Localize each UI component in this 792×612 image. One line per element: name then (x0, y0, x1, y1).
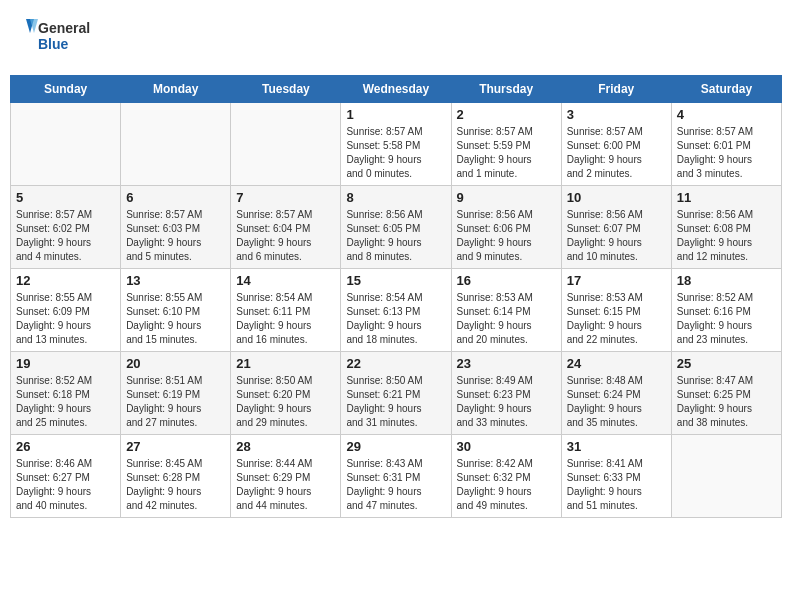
day-info: Sunrise: 8:54 AMSunset: 6:11 PMDaylight:… (236, 291, 335, 347)
day-number: 4 (677, 107, 776, 122)
day-info: Sunrise: 8:53 AMSunset: 6:15 PMDaylight:… (567, 291, 666, 347)
day-info: Sunrise: 8:56 AMSunset: 6:07 PMDaylight:… (567, 208, 666, 264)
day-number: 27 (126, 439, 225, 454)
weekday-header-friday: Friday (561, 76, 671, 103)
calendar-week-row: 12Sunrise: 8:55 AMSunset: 6:09 PMDayligh… (11, 269, 782, 352)
calendar-cell: 19Sunrise: 8:52 AMSunset: 6:18 PMDayligh… (11, 352, 121, 435)
calendar-cell: 21Sunrise: 8:50 AMSunset: 6:20 PMDayligh… (231, 352, 341, 435)
svg-text:General: General (38, 20, 90, 36)
day-info: Sunrise: 8:51 AMSunset: 6:19 PMDaylight:… (126, 374, 225, 430)
calendar-cell: 30Sunrise: 8:42 AMSunset: 6:32 PMDayligh… (451, 435, 561, 518)
day-number: 14 (236, 273, 335, 288)
day-info: Sunrise: 8:57 AMSunset: 6:03 PMDaylight:… (126, 208, 225, 264)
calendar-week-row: 26Sunrise: 8:46 AMSunset: 6:27 PMDayligh… (11, 435, 782, 518)
day-info: Sunrise: 8:44 AMSunset: 6:29 PMDaylight:… (236, 457, 335, 513)
calendar-cell: 28Sunrise: 8:44 AMSunset: 6:29 PMDayligh… (231, 435, 341, 518)
calendar-cell: 10Sunrise: 8:56 AMSunset: 6:07 PMDayligh… (561, 186, 671, 269)
calendar-cell: 15Sunrise: 8:54 AMSunset: 6:13 PMDayligh… (341, 269, 451, 352)
day-number: 19 (16, 356, 115, 371)
day-number: 17 (567, 273, 666, 288)
calendar-cell: 12Sunrise: 8:55 AMSunset: 6:09 PMDayligh… (11, 269, 121, 352)
calendar-cell: 27Sunrise: 8:45 AMSunset: 6:28 PMDayligh… (121, 435, 231, 518)
weekday-header-wednesday: Wednesday (341, 76, 451, 103)
day-number: 9 (457, 190, 556, 205)
weekday-header-thursday: Thursday (451, 76, 561, 103)
calendar-cell: 29Sunrise: 8:43 AMSunset: 6:31 PMDayligh… (341, 435, 451, 518)
day-info: Sunrise: 8:52 AMSunset: 6:16 PMDaylight:… (677, 291, 776, 347)
calendar-cell: 7Sunrise: 8:57 AMSunset: 6:04 PMDaylight… (231, 186, 341, 269)
calendar-cell (121, 103, 231, 186)
calendar-cell: 6Sunrise: 8:57 AMSunset: 6:03 PMDaylight… (121, 186, 231, 269)
calendar-cell: 5Sunrise: 8:57 AMSunset: 6:02 PMDaylight… (11, 186, 121, 269)
calendar-cell (231, 103, 341, 186)
calendar-week-row: 19Sunrise: 8:52 AMSunset: 6:18 PMDayligh… (11, 352, 782, 435)
calendar-cell: 13Sunrise: 8:55 AMSunset: 6:10 PMDayligh… (121, 269, 231, 352)
day-number: 22 (346, 356, 445, 371)
weekday-header-saturday: Saturday (671, 76, 781, 103)
calendar-cell: 16Sunrise: 8:53 AMSunset: 6:14 PMDayligh… (451, 269, 561, 352)
calendar-cell: 17Sunrise: 8:53 AMSunset: 6:15 PMDayligh… (561, 269, 671, 352)
calendar-cell: 31Sunrise: 8:41 AMSunset: 6:33 PMDayligh… (561, 435, 671, 518)
day-info: Sunrise: 8:47 AMSunset: 6:25 PMDaylight:… (677, 374, 776, 430)
day-info: Sunrise: 8:56 AMSunset: 6:08 PMDaylight:… (677, 208, 776, 264)
calendar-cell: 3Sunrise: 8:57 AMSunset: 6:00 PMDaylight… (561, 103, 671, 186)
calendar-cell: 11Sunrise: 8:56 AMSunset: 6:08 PMDayligh… (671, 186, 781, 269)
calendar-table: SundayMondayTuesdayWednesdayThursdayFrid… (10, 75, 782, 518)
calendar-cell: 2Sunrise: 8:57 AMSunset: 5:59 PMDaylight… (451, 103, 561, 186)
page-header: General Blue (10, 10, 782, 65)
calendar-cell: 25Sunrise: 8:47 AMSunset: 6:25 PMDayligh… (671, 352, 781, 435)
day-number: 25 (677, 356, 776, 371)
calendar-cell: 26Sunrise: 8:46 AMSunset: 6:27 PMDayligh… (11, 435, 121, 518)
calendar-week-row: 5Sunrise: 8:57 AMSunset: 6:02 PMDaylight… (11, 186, 782, 269)
calendar-cell: 18Sunrise: 8:52 AMSunset: 6:16 PMDayligh… (671, 269, 781, 352)
weekday-header-sunday: Sunday (11, 76, 121, 103)
day-number: 23 (457, 356, 556, 371)
day-info: Sunrise: 8:55 AMSunset: 6:09 PMDaylight:… (16, 291, 115, 347)
day-number: 18 (677, 273, 776, 288)
day-number: 10 (567, 190, 666, 205)
calendar-cell (671, 435, 781, 518)
day-info: Sunrise: 8:43 AMSunset: 6:31 PMDaylight:… (346, 457, 445, 513)
day-info: Sunrise: 8:46 AMSunset: 6:27 PMDaylight:… (16, 457, 115, 513)
calendar-cell: 1Sunrise: 8:57 AMSunset: 5:58 PMDaylight… (341, 103, 451, 186)
day-number: 5 (16, 190, 115, 205)
day-number: 8 (346, 190, 445, 205)
day-number: 31 (567, 439, 666, 454)
day-info: Sunrise: 8:42 AMSunset: 6:32 PMDaylight:… (457, 457, 556, 513)
weekday-header-tuesday: Tuesday (231, 76, 341, 103)
day-number: 29 (346, 439, 445, 454)
day-number: 24 (567, 356, 666, 371)
calendar-cell: 4Sunrise: 8:57 AMSunset: 6:01 PMDaylight… (671, 103, 781, 186)
day-number: 13 (126, 273, 225, 288)
day-info: Sunrise: 8:49 AMSunset: 6:23 PMDaylight:… (457, 374, 556, 430)
day-number: 2 (457, 107, 556, 122)
day-info: Sunrise: 8:57 AMSunset: 5:59 PMDaylight:… (457, 125, 556, 181)
day-info: Sunrise: 8:56 AMSunset: 6:05 PMDaylight:… (346, 208, 445, 264)
day-number: 12 (16, 273, 115, 288)
calendar-cell: 9Sunrise: 8:56 AMSunset: 6:06 PMDaylight… (451, 186, 561, 269)
logo: General Blue (20, 15, 110, 60)
day-info: Sunrise: 8:57 AMSunset: 5:58 PMDaylight:… (346, 125, 445, 181)
day-number: 30 (457, 439, 556, 454)
logo-svg: General Blue (20, 15, 110, 60)
day-info: Sunrise: 8:45 AMSunset: 6:28 PMDaylight:… (126, 457, 225, 513)
calendar-cell: 20Sunrise: 8:51 AMSunset: 6:19 PMDayligh… (121, 352, 231, 435)
calendar-week-row: 1Sunrise: 8:57 AMSunset: 5:58 PMDaylight… (11, 103, 782, 186)
day-info: Sunrise: 8:57 AMSunset: 6:02 PMDaylight:… (16, 208, 115, 264)
calendar-cell: 23Sunrise: 8:49 AMSunset: 6:23 PMDayligh… (451, 352, 561, 435)
day-info: Sunrise: 8:55 AMSunset: 6:10 PMDaylight:… (126, 291, 225, 347)
calendar-cell: 22Sunrise: 8:50 AMSunset: 6:21 PMDayligh… (341, 352, 451, 435)
calendar-cell (11, 103, 121, 186)
day-info: Sunrise: 8:52 AMSunset: 6:18 PMDaylight:… (16, 374, 115, 430)
weekday-header-monday: Monday (121, 76, 231, 103)
day-number: 16 (457, 273, 556, 288)
day-info: Sunrise: 8:48 AMSunset: 6:24 PMDaylight:… (567, 374, 666, 430)
day-number: 26 (16, 439, 115, 454)
day-info: Sunrise: 8:57 AMSunset: 6:00 PMDaylight:… (567, 125, 666, 181)
day-number: 28 (236, 439, 335, 454)
day-info: Sunrise: 8:53 AMSunset: 6:14 PMDaylight:… (457, 291, 556, 347)
calendar-cell: 24Sunrise: 8:48 AMSunset: 6:24 PMDayligh… (561, 352, 671, 435)
day-number: 11 (677, 190, 776, 205)
day-info: Sunrise: 8:57 AMSunset: 6:01 PMDaylight:… (677, 125, 776, 181)
day-number: 15 (346, 273, 445, 288)
